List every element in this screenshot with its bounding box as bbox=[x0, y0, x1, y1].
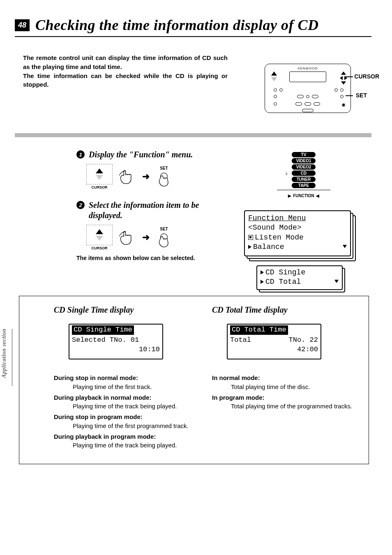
triangle-left-icon: ◀ bbox=[316, 193, 319, 198]
remote-row3-right: ✺ bbox=[341, 101, 346, 108]
remote-screen bbox=[289, 71, 326, 82]
cd-total-heading: CD Total Time display bbox=[212, 305, 354, 315]
set-label-2: SET bbox=[160, 227, 168, 231]
cd-total-lcd-left: Total bbox=[230, 336, 251, 345]
lcd-function-menu: Function Menu <Sound Mode> Listen Mode B… bbox=[244, 210, 351, 256]
arrow-right-icon: ➜ bbox=[142, 171, 150, 182]
step-2-title: Select the information item to be displa… bbox=[89, 200, 224, 221]
func-item-tv: TV bbox=[292, 152, 316, 157]
set-button-group: SET bbox=[155, 166, 173, 188]
cd-total-lcd-right: TNo. 22 bbox=[289, 336, 318, 345]
page-title: Checking the time information display of… bbox=[35, 16, 319, 34]
listen-mode-icon bbox=[248, 235, 253, 240]
set-button-group-2: SET bbox=[155, 227, 173, 249]
intro-text: The remote control unit can display the … bbox=[15, 53, 228, 89]
remote-row2-left bbox=[272, 94, 278, 101]
func-item-tuner: TUNER bbox=[292, 177, 316, 182]
lcd-title: Function Menu bbox=[248, 214, 347, 223]
cursor-label-2: CURSOR bbox=[91, 246, 107, 250]
cd-total-lcd-header: CD Total Time bbox=[230, 325, 288, 335]
remote-diagram: KENWOOD ✺ bbox=[244, 53, 371, 123]
remote-row-last bbox=[301, 108, 315, 115]
def-h-2: During playback in normal mode: bbox=[54, 393, 196, 402]
cd-total-col: CD Total Time display CD Total Time Tota… bbox=[212, 305, 354, 451]
def-h-3: During stop in program mode: bbox=[54, 412, 196, 421]
func-item-tape: TAPE bbox=[292, 183, 316, 188]
divider-bar bbox=[15, 133, 371, 137]
remote-cursor-label: CURSOR bbox=[354, 73, 379, 80]
remote-row2-mid bbox=[296, 94, 320, 99]
cursor-pad-illustration bbox=[86, 164, 113, 184]
arrow-right-icon-2: ➜ bbox=[142, 232, 150, 243]
remote-brand: KENWOOD bbox=[297, 67, 318, 70]
step-2-controls: CURSOR ➜ SET bbox=[86, 225, 224, 250]
cd-single-lcd: CD Single Time Selected TNo. 01 10:10 bbox=[69, 324, 163, 359]
cd-total-lcd-time: 42:00 bbox=[230, 345, 318, 355]
page: Application section 48 Checking the time… bbox=[0, 0, 392, 489]
cd-total-definitions: In normal mode: Total playing time of th… bbox=[212, 373, 354, 411]
cursor-pad-icon bbox=[268, 71, 280, 88]
steps-left-col: 1 Display the "Function" menu. CURSOR ➜ bbox=[15, 150, 224, 290]
def-p-3: Playing time of the first programmed tra… bbox=[73, 421, 196, 431]
scroll-down-icon bbox=[343, 245, 347, 248]
step-2-badge: 2 bbox=[76, 201, 85, 209]
set-hand-icon bbox=[155, 171, 173, 188]
cd-single-lcd-time: 10:10 bbox=[72, 345, 160, 355]
def-p-1: Playing time of the first track. bbox=[73, 382, 196, 391]
cd-single-definitions: During stop in normal mode: Playing time… bbox=[54, 373, 196, 450]
func-item-video2: VIDEO2 bbox=[292, 164, 316, 170]
sidebar-section-label: Application section bbox=[1, 329, 7, 378]
def-h-4: During playback in program mode: bbox=[54, 432, 196, 441]
remote-row3-mid bbox=[294, 101, 321, 107]
steps-right-col: TV VIDEO1 VIDEO2 CD TUNER TAPE ▶ FUNCTIO… bbox=[236, 150, 371, 290]
intro-row: The remote control unit can display the … bbox=[15, 53, 371, 123]
remote-dots-right bbox=[333, 87, 345, 93]
cd-single-lcd-header: CD Single Time bbox=[72, 325, 134, 335]
lcd-line-balance: Balance bbox=[248, 242, 347, 252]
page-header: 48 Checking the time information display… bbox=[15, 16, 371, 37]
lcd-line-sound-mode: <Sound Mode> bbox=[248, 223, 347, 233]
cd-single-heading: CD Single Time display bbox=[54, 305, 196, 315]
step-1-title: Display the "Function" menu. bbox=[89, 150, 193, 160]
cursor-pad-illustration-2 bbox=[86, 225, 113, 245]
step-1-badge: 1 bbox=[76, 150, 85, 159]
set-label: SET bbox=[160, 166, 168, 170]
def-total-p-1: Total playing time of the disc. bbox=[231, 382, 354, 391]
step-1-controls: CURSOR ➜ SET bbox=[86, 164, 224, 189]
step-2-header: 2 Select the information item to be disp… bbox=[76, 200, 224, 221]
page-number-badge: 48 bbox=[15, 19, 30, 31]
function-marker: ▶ FUNCTION ◀ bbox=[288, 193, 319, 198]
def-total-h-2: In program mode: bbox=[212, 393, 354, 402]
def-p-4: Playing time of the track being played. bbox=[73, 441, 196, 450]
step-2-note: The items as shown below can be selected… bbox=[76, 254, 224, 262]
set-hand-icon-2 bbox=[155, 232, 173, 249]
time-display-box: CD Single Time display CD Single Time Se… bbox=[19, 296, 369, 464]
cd-single-lcd-line1: Selected TNo. 01 bbox=[72, 336, 160, 345]
func-item-cd-selected: CD bbox=[292, 170, 316, 176]
remote-row2-right bbox=[339, 94, 345, 101]
lcd-line-listen-mode: Listen Mode bbox=[248, 233, 347, 242]
def-p-2: Playing time of the track being played. bbox=[73, 402, 196, 411]
step-1-header: 1 Display the "Function" menu. bbox=[76, 150, 224, 160]
steps-row: 1 Display the "Function" menu. CURSOR ➜ bbox=[15, 150, 371, 290]
cd-single-col: CD Single Time display CD Single Time Se… bbox=[54, 305, 196, 451]
pointer-icon-2 bbox=[261, 270, 264, 274]
pointer-icon bbox=[248, 245, 251, 249]
function-marker-label: FUNCTION bbox=[293, 193, 314, 198]
cursor-label: CURSOR bbox=[91, 185, 107, 189]
cd-total-lcd: CD Total Time Total TNo. 22 42:00 bbox=[227, 324, 321, 359]
def-h-1: During stop in normal mode: bbox=[54, 373, 196, 382]
lcd-submenu: CD Single CD Total bbox=[256, 265, 343, 290]
lcd-sub-cd-total: CD Total bbox=[261, 277, 339, 287]
lcd-menu-group: Function Menu <Sound Mode> Listen Mode B… bbox=[244, 210, 351, 290]
function-source-stack: TV VIDEO1 VIDEO2 CD TUNER TAPE ▶ FUNCTIO… bbox=[275, 152, 332, 198]
remote-dots-left bbox=[272, 87, 284, 93]
press-hand-icon bbox=[118, 168, 136, 185]
cd-total-lcd-row: Total TNo. 22 bbox=[230, 336, 318, 345]
def-total-h-1: In normal mode: bbox=[212, 373, 354, 382]
cursor-right-pad-icon bbox=[340, 71, 347, 85]
scroll-down-icon-2 bbox=[334, 280, 339, 283]
remote-set-label: SET bbox=[356, 92, 367, 99]
press-hand-icon-2 bbox=[118, 229, 136, 246]
sidebar-line bbox=[12, 329, 13, 386]
